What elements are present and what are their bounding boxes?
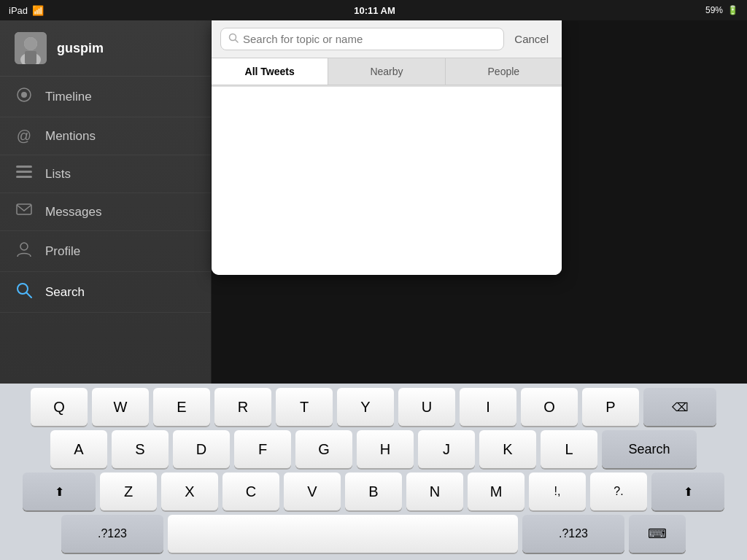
key-t[interactable]: T — [276, 388, 333, 426]
svg-rect-8 — [16, 171, 32, 173]
svg-line-15 — [236, 40, 239, 43]
tab-people[interactable]: People — [446, 58, 562, 85]
keyboard: Q W E R T Y U I O P ⌫ A S D F G H J K L … — [0, 384, 747, 560]
tab-all-tweets[interactable]: All Tweets — [212, 58, 328, 85]
key-v[interactable]: V — [284, 472, 341, 510]
keyboard-row-4: .?123 .?123 ⌨ — [3, 515, 744, 553]
search-nav-icon — [15, 282, 34, 302]
key-i[interactable]: I — [460, 388, 516, 426]
key-a[interactable]: A — [50, 430, 107, 468]
key-shift-right[interactable]: ⬆ — [651, 472, 724, 510]
key-backspace[interactable]: ⌫ — [643, 388, 716, 426]
key-search[interactable]: Search — [602, 430, 697, 468]
key-z[interactable]: Z — [100, 472, 157, 510]
key-c[interactable]: C — [222, 472, 279, 510]
key-q[interactable]: Q — [31, 388, 88, 426]
svg-rect-4 — [25, 51, 36, 64]
key-f[interactable]: F — [234, 430, 291, 468]
keyboard-row-1: Q W E R T Y U I O P ⌫ — [3, 388, 744, 426]
key-n[interactable]: N — [406, 472, 463, 510]
keyboard-row-3: ⬆ Z X C V B N M !, ?. ⬆ — [3, 472, 744, 510]
sidebar-item-mentions[interactable]: @ Mentions — [0, 117, 211, 155]
profile-icon — [15, 241, 34, 261]
key-shift-left[interactable]: ⬆ — [23, 472, 96, 510]
search-input[interactable] — [243, 33, 496, 45]
mentions-label: Mentions — [45, 129, 96, 144]
key-b[interactable]: B — [345, 472, 402, 510]
svg-point-6 — [21, 92, 27, 98]
messages-icon — [15, 203, 34, 220]
messages-label: Messages — [45, 205, 101, 219]
key-m[interactable]: M — [468, 472, 525, 510]
key-exclamation-comma[interactable]: !, — [529, 472, 586, 510]
timeline-label: Timeline — [45, 90, 92, 104]
key-d[interactable]: D — [173, 430, 230, 468]
svg-rect-9 — [16, 176, 32, 178]
status-right: 59% 🔋 — [705, 5, 738, 15]
sidebar-item-profile[interactable]: Profile — [0, 231, 211, 272]
key-x[interactable]: X — [161, 472, 218, 510]
lists-icon — [15, 166, 34, 182]
wifi-icon: 📶 — [32, 5, 44, 16]
battery-label: 59% — [705, 5, 723, 15]
key-k[interactable]: K — [479, 430, 536, 468]
key-l[interactable]: L — [541, 430, 597, 468]
key-u[interactable]: U — [398, 388, 455, 426]
search-results — [212, 85, 562, 275]
search-bar: Cancel — [212, 20, 562, 58]
results-divider — [212, 86, 562, 87]
search-icon — [228, 33, 239, 45]
profile-label: Profile — [45, 244, 80, 259]
key-keyboard-icon[interactable]: ⌨ — [629, 515, 686, 553]
status-bar: iPad 📶 10:11 AM 59% 🔋 — [0, 0, 747, 20]
key-e[interactable]: E — [153, 388, 210, 426]
svg-rect-7 — [16, 166, 32, 168]
sidebar-item-timeline[interactable]: Timeline — [0, 77, 211, 117]
key-h[interactable]: H — [357, 430, 414, 468]
key-num-right[interactable]: .?123 — [522, 515, 624, 553]
mentions-icon: @ — [15, 128, 34, 144]
search-modal: Cancel All Tweets Nearby People — [212, 20, 562, 275]
key-g[interactable]: G — [295, 430, 352, 468]
keyboard-row-2: A S D F G H J K L Search — [3, 430, 744, 468]
svg-point-3 — [24, 37, 37, 50]
tab-nearby[interactable]: Nearby — [328, 58, 445, 85]
key-j[interactable]: J — [418, 430, 475, 468]
cancel-button[interactable]: Cancel — [510, 30, 553, 48]
clock: 10:11 AM — [354, 5, 395, 16]
key-s[interactable]: S — [112, 430, 169, 468]
sidebar-item-lists[interactable]: Lists — [0, 155, 211, 193]
sidebar-item-messages[interactable]: Messages — [0, 193, 211, 231]
lists-label: Lists — [45, 167, 71, 182]
search-input-wrapper[interactable] — [220, 28, 504, 50]
key-space[interactable] — [168, 515, 518, 553]
user-header: guspim — [0, 20, 211, 77]
key-o[interactable]: O — [521, 388, 578, 426]
key-y[interactable]: Y — [337, 388, 394, 426]
avatar[interactable] — [15, 32, 47, 64]
svg-line-13 — [27, 293, 32, 298]
key-question-period[interactable]: ?. — [590, 472, 647, 510]
key-w[interactable]: W — [92, 388, 149, 426]
tab-bar: All Tweets Nearby People — [212, 58, 562, 85]
status-left: iPad 📶 — [9, 5, 44, 16]
battery-icon: 🔋 — [727, 5, 738, 15]
timeline-icon — [15, 87, 34, 106]
key-r[interactable]: R — [214, 388, 271, 426]
svg-rect-10 — [17, 204, 31, 214]
key-p[interactable]: P — [582, 388, 639, 426]
svg-point-11 — [20, 243, 28, 250]
device-label: iPad — [9, 5, 28, 16]
key-num-left[interactable]: .?123 — [61, 515, 163, 553]
username: guspim — [57, 41, 104, 56]
search-label: Search — [45, 285, 85, 300]
sidebar-item-search[interactable]: Search — [0, 272, 211, 313]
